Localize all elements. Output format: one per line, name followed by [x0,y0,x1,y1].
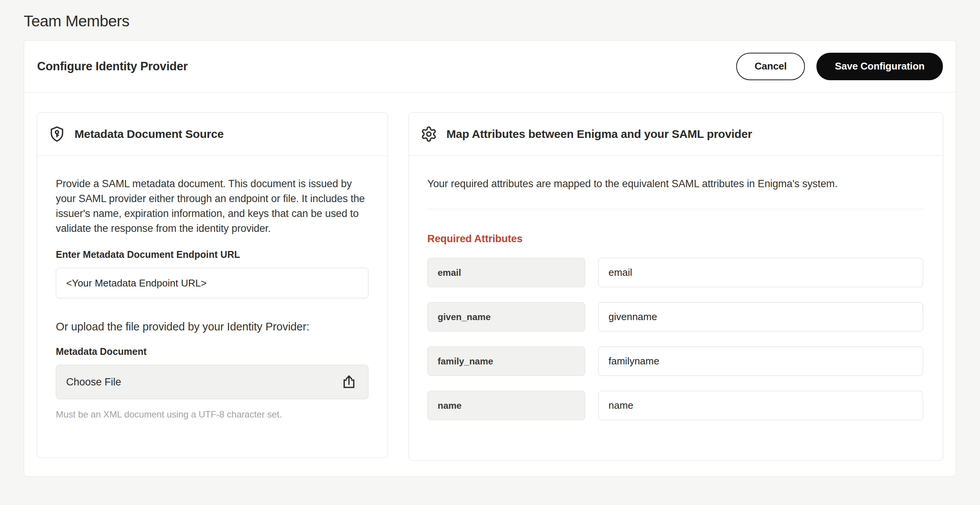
section-divider [427,209,923,209]
attribute-value-input[interactable] [598,346,923,376]
choose-file-label: Choose File [66,376,121,388]
metadata-document-label: Metadata Document [56,346,368,357]
mapping-panel-body: Your required attributes are mapped to t… [409,156,943,420]
page-title: Team Members [24,0,956,40]
attribute-row-family-name: family_name [427,346,923,376]
required-attributes-label: Required Attributes [427,233,923,245]
attribute-value-input[interactable] [598,302,923,332]
header-actions: Cancel Save Configuration [736,53,943,80]
attribute-key-field: given_name [427,302,585,332]
cancel-button[interactable]: Cancel [736,53,805,80]
configure-identity-provider-card: Configure Identity Provider Cancel Save … [24,40,956,477]
mapping-panel-title: Map Attributes between Enigma and your S… [446,128,752,141]
map-attributes-panel: Map Attributes between Enigma and your S… [409,112,943,461]
card-header: Configure Identity Provider Cancel Save … [24,40,956,92]
shield-key-icon [49,126,65,142]
attribute-row-given-name: given_name [427,302,923,332]
metadata-panel-title: Metadata Document Source [75,128,224,141]
metadata-panel-header: Metadata Document Source [37,113,388,156]
mapping-panel-header: Map Attributes between Enigma and your S… [409,113,943,156]
metadata-panel-body: Provide a SAML metadata document. This d… [37,156,388,420]
save-configuration-button[interactable]: Save Configuration [816,53,943,80]
panels-container: Metadata Document Source Provide a SAML … [24,92,956,461]
attribute-value-input[interactable] [598,391,923,420]
metadata-description: Provide a SAML metadata document. This d… [56,176,368,236]
attribute-key-field: email [427,258,585,287]
card-title: Configure Identity Provider [37,60,188,73]
mapping-description: Your required attributes are mapped to t… [427,176,923,191]
attribute-rows: email given_name family_name name [427,258,923,420]
upload-icon [341,374,357,390]
gear-icon [420,126,437,142]
page: Team Members Configure Identity Provider… [0,0,980,477]
attribute-key-field: name [427,391,585,420]
attribute-key-field: family_name [427,346,585,376]
endpoint-url-input[interactable] [56,268,368,298]
attribute-row-email: email [427,258,923,287]
endpoint-url-label: Enter Metadata Document Endpoint URL [56,249,368,260]
file-hint: Must be an XML document using a UTF-8 ch… [56,409,368,420]
attribute-row-name: name [427,391,923,420]
upload-prompt: Or upload the file provided by your Iden… [56,320,368,333]
choose-file-button[interactable]: Choose File [56,365,368,399]
attribute-value-input[interactable] [598,258,923,287]
metadata-document-source-panel: Metadata Document Source Provide a SAML … [37,112,388,458]
